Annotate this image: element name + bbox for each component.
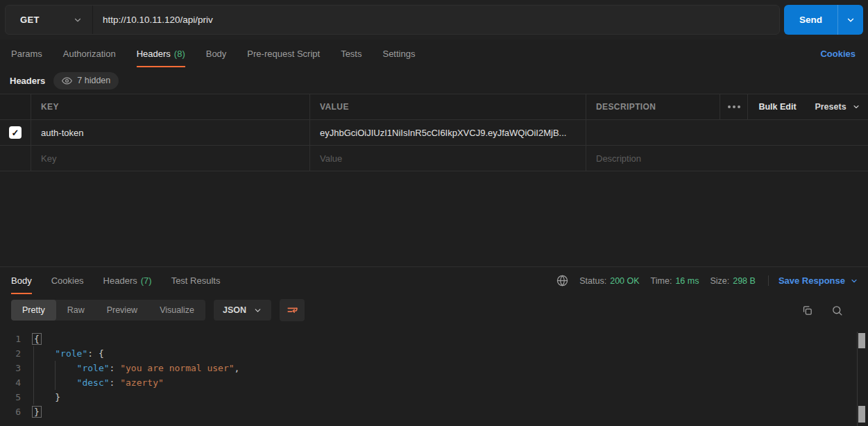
hidden-headers-toggle[interactable]: 7 hidden xyxy=(53,72,119,90)
format-select[interactable]: JSON xyxy=(214,300,271,321)
tab-label: Params xyxy=(11,49,42,59)
line-number: 2 xyxy=(0,346,33,361)
response-tabs-list: BodyCookiesHeaders(7)Test Results xyxy=(11,267,220,294)
more-options-button[interactable] xyxy=(720,94,748,119)
hidden-headers-count: 7 hidden xyxy=(77,76,110,85)
row-checkbox-cell: ✓ xyxy=(0,120,31,145)
value-cell[interactable]: eyJhbGciOiJIUzI1NiIsInR5cCI6IkpXVCJ9.eyJ… xyxy=(310,120,586,145)
column-description: DESCRIPTION xyxy=(586,94,720,119)
chevron-down-icon xyxy=(73,15,83,25)
response-tab-test-results[interactable]: Test Results xyxy=(171,267,221,294)
tab-label: Test Results xyxy=(171,275,221,286)
view-mode-pretty[interactable]: Pretty xyxy=(11,300,56,321)
eye-icon xyxy=(62,76,72,86)
response-action-icons xyxy=(801,305,857,316)
description-cell[interactable]: Description xyxy=(586,146,868,171)
request-tab-pre-request-script[interactable]: Pre-request Script xyxy=(247,40,320,67)
row-checkbox[interactable]: ✓ xyxy=(9,126,22,139)
key-cell[interactable]: auth-token xyxy=(31,120,310,145)
view-mode-raw[interactable]: Raw xyxy=(56,300,96,321)
header-row-auth-token: ✓ auth-token eyJhbGciOiJIUzI1NiIsInR5cCI… xyxy=(0,120,868,146)
chevron-down-icon xyxy=(846,15,856,25)
save-response-button[interactable]: Save Response xyxy=(768,275,858,286)
send-options-button[interactable] xyxy=(837,5,863,35)
tab-label: Cookies xyxy=(51,275,84,286)
response-tab-body[interactable]: Body xyxy=(11,267,32,294)
response-size: Size: 298 B xyxy=(710,276,755,286)
description-cell[interactable] xyxy=(586,120,868,145)
line-number: 4 xyxy=(0,375,33,390)
code-line: 1{ xyxy=(0,332,868,346)
request-tab-tests[interactable]: Tests xyxy=(341,40,361,67)
code-line: 6} xyxy=(0,404,868,419)
row-checkbox-cell xyxy=(0,146,31,171)
tab-label: Body xyxy=(206,49,227,59)
code-text: "desc": "azerty" xyxy=(33,375,164,390)
headers-table: KEY VALUE DESCRIPTION Bulk Edit Presets … xyxy=(0,94,868,171)
method-select[interactable]: GET xyxy=(6,6,93,34)
response-meta: Status: 200 OK Time: 16 ms Size: 298 B S… xyxy=(556,267,868,294)
response-bar: BodyCookiesHeaders(7)Test Results Status… xyxy=(0,266,868,294)
view-mode-visualize[interactable]: Visualize xyxy=(148,300,205,321)
tab-label: Pre-request Script xyxy=(247,49,320,59)
line-number: 5 xyxy=(0,390,33,404)
value-cell[interactable]: Value xyxy=(310,146,586,171)
code-text: } xyxy=(33,404,42,419)
scrollbar-thumb[interactable] xyxy=(858,406,865,423)
header-row-empty: Key Value Description xyxy=(0,146,868,171)
tab-count-badge: (7) xyxy=(141,275,152,286)
method-label: GET xyxy=(20,15,40,25)
request-tabs-list: ParamsAuthorizationHeaders(8)BodyPre-req… xyxy=(11,40,415,67)
request-tab-settings[interactable]: Settings xyxy=(382,40,415,67)
tab-label: Headers xyxy=(137,49,171,59)
line-number: 6 xyxy=(0,404,33,419)
code-text: "role": "you are normal user", xyxy=(33,361,239,375)
chevron-down-icon xyxy=(852,103,860,111)
tab-label: Authorization xyxy=(63,49,116,59)
wrap-text-button[interactable] xyxy=(280,299,305,321)
send-split-button: Send xyxy=(784,5,863,35)
wrap-text-icon xyxy=(286,304,299,317)
presets-label: Presets xyxy=(815,102,846,112)
postman-app: GET Send ParamsAuthorizationHeaders(8)Bo… xyxy=(0,0,868,426)
globe-icon[interactable] xyxy=(556,275,568,287)
url-input[interactable] xyxy=(93,6,779,34)
request-tabs: ParamsAuthorizationHeaders(8)BodyPre-req… xyxy=(0,40,868,67)
column-key: KEY xyxy=(31,94,310,119)
response-status: Status: 200 OK xyxy=(579,276,639,286)
request-tab-authorization[interactable]: Authorization xyxy=(63,40,116,67)
save-response-label: Save Response xyxy=(778,275,845,286)
tab-label: Settings xyxy=(382,49,415,59)
copy-icon[interactable] xyxy=(801,305,813,316)
response-tab-headers[interactable]: Headers(7) xyxy=(103,267,152,294)
bulk-edit-button[interactable]: Bulk Edit xyxy=(748,94,807,119)
cookies-link[interactable]: Cookies xyxy=(820,40,868,67)
key-cell[interactable]: Key xyxy=(31,146,310,171)
send-button[interactable]: Send xyxy=(784,5,837,35)
line-number: 1 xyxy=(0,332,33,346)
request-url-bar: GET Send xyxy=(0,0,868,40)
chevron-down-icon xyxy=(850,277,858,285)
view-mode-preview[interactable]: Preview xyxy=(96,300,148,321)
code-text: } xyxy=(33,390,60,404)
search-icon[interactable] xyxy=(831,305,843,316)
presets-dropdown[interactable]: Presets xyxy=(807,94,868,119)
tab-count-badge: (8) xyxy=(174,49,185,59)
format-label: JSON xyxy=(223,305,246,315)
tab-label: Headers xyxy=(103,275,137,286)
request-tab-headers[interactable]: Headers(8) xyxy=(137,40,185,67)
headers-section-header: Headers 7 hidden xyxy=(0,67,868,94)
code-line: 5} xyxy=(0,390,868,404)
column-value: VALUE xyxy=(310,94,586,119)
response-tab-cookies[interactable]: Cookies xyxy=(51,267,84,294)
request-tab-body[interactable]: Body xyxy=(206,40,227,67)
scrollbar-thumb[interactable] xyxy=(858,333,865,348)
headers-section-title: Headers xyxy=(10,76,45,86)
response-time: Time: 16 ms xyxy=(651,276,699,286)
tab-label: Tests xyxy=(341,49,361,59)
response-body-editor[interactable]: 1{2"role": {3"role": "you are normal use… xyxy=(0,326,868,426)
more-options-icon xyxy=(728,105,740,108)
code-line: 3"role": "you are normal user", xyxy=(0,361,868,375)
request-tab-params[interactable]: Params xyxy=(11,40,42,67)
select-all-cell xyxy=(0,94,31,119)
